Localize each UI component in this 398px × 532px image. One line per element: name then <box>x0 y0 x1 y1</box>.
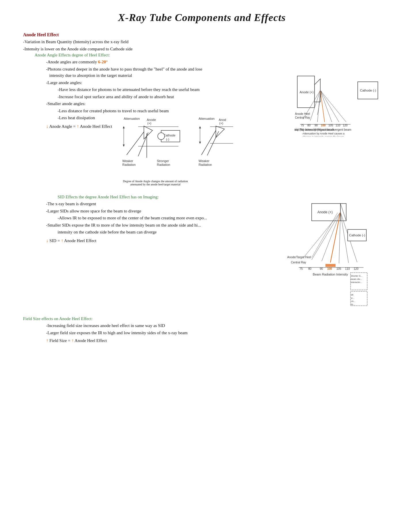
heel-diagram: Anode (+) Cathode (-) Anode Heel <box>294 62 381 138</box>
up-arrow-1: ↑ <box>77 124 79 129</box>
up-arrow-2: ↑ <box>61 238 63 243</box>
anode-line-1: -Variation in Beam Quantity (Intensity) … <box>23 39 381 45</box>
field-line-2: -Larger field size exposes the IR to hig… <box>46 330 381 336</box>
up-arrow-4: ↑ <box>71 338 74 343</box>
svg-text:Central Ray Intensity (%) acro: Central Ray Intensity (%) across diverge… <box>294 128 351 131</box>
svg-text:ch...: ch... <box>351 300 355 303</box>
svg-text:interactin...: interactin... <box>351 281 362 284</box>
angle-diagram-right: Attenuation Anod (+) Weaker Radiation <box>199 115 233 179</box>
svg-line-7 <box>320 90 332 122</box>
svg-text:beam div...: beam div... <box>351 278 362 280</box>
angle-diagram-left-svg: Attenuation Anode (+) Cathode (-) <box>121 115 190 178</box>
anode-heel-title: Anode Heel Effect <box>23 32 381 37</box>
field-size-section: Field Size effects on Anode Heel Effect:… <box>23 316 381 344</box>
anode-sub-7: -Less distance for created photons to tr… <box>58 108 289 114</box>
field-line-1: -Increasing field size increases anode h… <box>46 322 381 329</box>
svg-text:105: 105 <box>336 267 341 270</box>
anode-sub-3: -Large anode angles: <box>46 79 289 86</box>
svg-text:Weaker: Weaker <box>199 159 210 163</box>
svg-text:75: 75 <box>300 267 303 270</box>
svg-text:Cathode: Cathode <box>163 134 176 137</box>
svg-marker-45 <box>123 126 125 128</box>
svg-rect-84 <box>325 264 336 267</box>
svg-text:Radiation: Radiation <box>122 163 136 166</box>
anode-angle-heading: Anode Angle Effects degree of Heel Effec… <box>35 53 381 58</box>
svg-text:Anode (+): Anode (+) <box>300 90 314 94</box>
svg-text:100: 100 <box>327 267 332 270</box>
svg-marker-59 <box>199 142 201 144</box>
sid-content: -The x-ray beam is divergent -Larger SID… <box>23 201 381 311</box>
svg-text:th...: th... <box>351 303 355 306</box>
svg-text:Anode: Anode <box>147 118 156 121</box>
sid-text: -The x-ray beam is divergent -Larger SID… <box>23 201 243 245</box>
svg-text:Cathode (-): Cathode (-) <box>360 89 376 92</box>
sid-heading: SID Effects the degree Anode Heel Effect… <box>58 195 381 200</box>
svg-text:110: 110 <box>345 267 350 270</box>
svg-text:Radiation: Radiation <box>157 163 170 166</box>
svg-line-8 <box>320 90 339 122</box>
field-size-heading: Field Size effects on Anode Heel Effect: <box>23 316 381 321</box>
page-title: X-Ray Tube Components and Effects <box>23 12 381 24</box>
field-arrow-line: ↑ Field Size = ↑ Anode Heel Effect <box>46 337 381 344</box>
anode-line-2: -Intensity is lower on the Anode side co… <box>23 46 381 52</box>
svg-text:Weaker: Weaker <box>122 159 133 163</box>
svg-text:120: 120 <box>354 267 359 270</box>
svg-text:Anode Heel: Anode Heel <box>295 112 310 115</box>
svg-text:Anode (+): Anode (+) <box>317 210 333 214</box>
svg-text:Attenuation: Attenuation <box>124 117 140 120</box>
svg-text:Radiation: Radiation <box>199 163 212 166</box>
svg-line-53 <box>201 130 216 155</box>
svg-line-37 <box>127 132 144 155</box>
sid-section: SID Effects the degree Anode Heel Effect… <box>23 195 381 311</box>
svg-text:(+): (+) <box>147 121 151 125</box>
svg-text:d...: d... <box>351 297 354 299</box>
svg-text:Cathode (-): Cathode (-) <box>349 233 365 237</box>
degree-note: Degree of Anode Angle changes the amount… <box>121 180 190 186</box>
svg-text:Central Ray: Central Ray <box>295 116 310 119</box>
angle-diagram-right-svg: Attenuation Anod (+) Weaker Radiation <box>199 115 233 178</box>
down-arrow-1: ↓ <box>46 124 48 129</box>
sid-diagram-svg: Anode (+) Cathode (-) Anode/Target Heel <box>248 201 369 310</box>
svg-text:Stronger: Stronger <box>157 159 169 163</box>
down-arrow-2: ↓ <box>46 238 48 243</box>
svg-marker-50 <box>216 126 224 138</box>
anode-sub-5: -Increase focal spot surface area and ab… <box>58 94 289 100</box>
sid-line-1: -The x-ray beam is divergent <box>46 201 243 207</box>
svg-text:Attenuation: Attenuation <box>199 117 215 120</box>
sid-line-4: -Smaller SIDs expose the IR to more of t… <box>46 222 243 229</box>
angle-diagram-left: Attenuation Anode (+) Cathode (-) <box>121 115 190 186</box>
svg-text:IR: IR <box>351 294 353 296</box>
sid-diagram: Anode (+) Cathode (-) Anode/Target Heel <box>248 201 369 311</box>
sid-arrow-line: ↓ SID = ↑ Anode Heel Effect <box>46 237 243 244</box>
svg-text:Shorter S...: Shorter S... <box>351 275 362 277</box>
svg-text:(-): (-) <box>166 138 169 141</box>
anode-sub-1: -Anode angles are commonly 6-20° <box>46 59 289 65</box>
up-arrow-3: ↑ <box>46 338 48 343</box>
svg-text:Anode/Target Heel: Anode/Target Heel <box>287 256 311 259</box>
heel-diagram-svg: Anode (+) Cathode (-) Anode Heel <box>294 62 381 136</box>
svg-text:change in Intensity across the: change in Intensity across the beam <box>302 135 344 136</box>
anode-sub-4: -Have less distance for photons to be at… <box>58 86 289 93</box>
svg-text:90: 90 <box>320 267 323 270</box>
svg-text:(+): (+) <box>219 121 223 125</box>
svg-text:80: 80 <box>308 267 312 270</box>
svg-text:Beam Radiation Intensity: Beam Radiation Intensity <box>313 273 348 276</box>
svg-marker-46 <box>123 145 125 147</box>
sid-line-5: intensity on the cathode side before the… <box>58 229 243 235</box>
svg-text:Central Ray: Central Ray <box>291 261 306 264</box>
angle-range: 6-20° <box>98 60 108 64</box>
anode-heel-section: Anode Heel Effect -Variation in Beam Qua… <box>23 32 381 186</box>
svg-point-34 <box>158 133 165 140</box>
sid-line-2: -Larger SIDs allow more space for the be… <box>46 208 243 214</box>
svg-text:Anod: Anod <box>219 118 226 121</box>
anode-sub-6: -Smaller anode angles: <box>46 100 289 107</box>
svg-marker-58 <box>199 126 201 128</box>
sid-line-3: -Allows IR to be exposed to more of the … <box>58 215 243 221</box>
anode-sub-2: -Photons created deeper in the anode hav… <box>46 66 289 79</box>
svg-text:-Attenuation by Anode Heel cau: -Attenuation by Anode Heel causes a <box>302 132 344 135</box>
